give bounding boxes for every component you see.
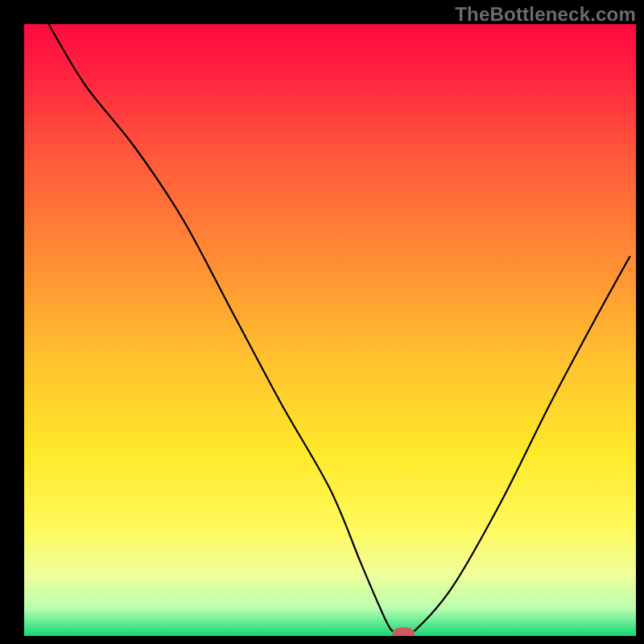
plot-area [24,24,636,636]
watermark-text: TheBottleneck.com [455,3,636,26]
bottleneck-chart [24,24,636,636]
chart-container: TheBottleneck.com [0,0,644,644]
gradient-background [24,24,636,636]
